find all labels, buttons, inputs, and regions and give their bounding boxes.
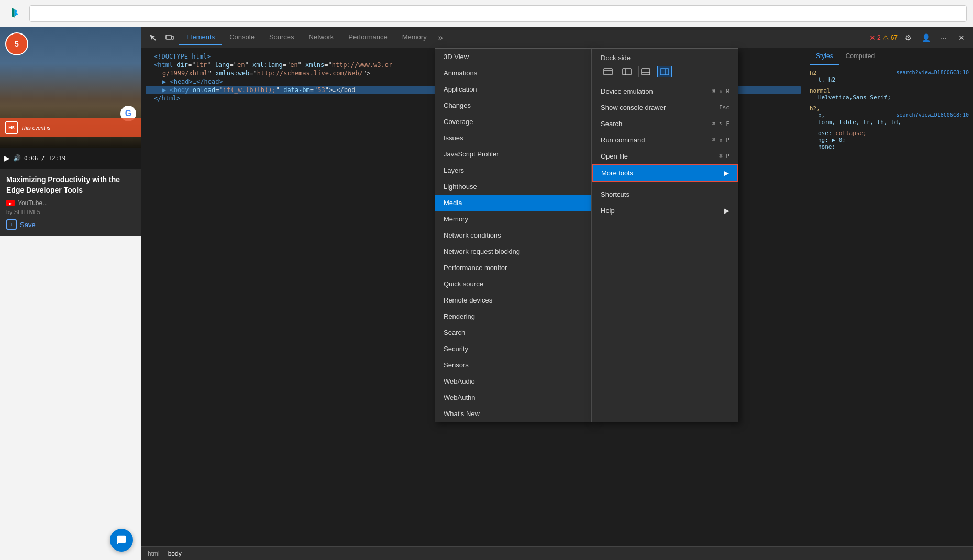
help-chevron-icon: ▶ (724, 207, 729, 215)
menu-item-js-profiler[interactable]: JavaScript Profiler (435, 146, 591, 162)
video-container: 5 G H5 This event is ▶ 🔊 0:06 / 32:19 (0, 27, 141, 169)
css-prop-line: t, h2 (810, 76, 969, 83)
error-icon: ✕ (869, 33, 876, 42)
more-tabs-button[interactable]: » (434, 33, 447, 42)
menu-help[interactable]: Help ▶ (592, 203, 738, 219)
menu-item-quick-source[interactable]: Quick source (435, 276, 591, 292)
dock-side-label: Dock side (601, 54, 729, 62)
css-prop-line: ose: collapse; (810, 130, 969, 137)
dock-undock-button[interactable] (601, 66, 615, 77)
css-rule: normal Helvetica,Sans-Serif; (810, 87, 969, 101)
more-tools-chevron-icon: ▶ (724, 169, 729, 177)
menu-separator (592, 184, 738, 184)
svg-rect-1 (166, 35, 171, 39)
play-button[interactable]: ▶ (4, 154, 10, 162)
youtube-label: YouTube... (18, 199, 48, 207)
html5-icon: H5 (5, 121, 18, 134)
youtube-icon (6, 200, 15, 206)
menu-item-coverage[interactable]: Coverage (435, 114, 591, 130)
tab-performance[interactable]: Performance (341, 30, 394, 45)
css-source-link2[interactable]: search?view…D18C06C8:10 (897, 112, 969, 118)
tab-console[interactable]: Console (222, 30, 262, 45)
volume-button[interactable]: 🔊 (13, 154, 21, 162)
breadcrumb-body[interactable]: body (166, 549, 184, 558)
css-selector-h2p: h2, search?view…D18C06C8:10 (810, 105, 969, 112)
menu-item-sensors[interactable]: Sensors (435, 357, 591, 373)
browser-bar (0, 0, 973, 27)
more-options-button[interactable]: ··· (936, 30, 951, 45)
menu-item-animations[interactable]: Animations (435, 65, 591, 81)
styles-panel: Styles Computed h2 search?view…D18C06C8:… (805, 48, 973, 546)
dock-left-button[interactable] (620, 66, 634, 77)
menu-item-whats-new[interactable]: What's New (435, 406, 591, 422)
save-label: Save (20, 221, 36, 229)
menu-item-memory[interactable]: Memory (435, 211, 591, 227)
css-rule: h2, search?view…D18C06C8:10 p, form, tab… (810, 105, 969, 126)
more-tools-dropdown: 3D View Animations Application Changes C… (435, 48, 592, 422)
right-context-menu: Dock side (592, 48, 738, 422)
element-picker-button[interactable] (146, 30, 160, 45)
device-toggle-button[interactable] (162, 30, 177, 45)
breadcrumb-html[interactable]: html (146, 549, 162, 558)
sfhtml5-badge: 5 (5, 32, 28, 55)
menu-open-file[interactable]: Open file ⌘ P (592, 148, 738, 164)
tab-sources[interactable]: Sources (262, 30, 302, 45)
svg-rect-6 (642, 69, 650, 75)
bing-logo (6, 4, 25, 23)
address-bar[interactable] (29, 5, 967, 22)
svg-rect-2 (172, 36, 173, 39)
save-button[interactable]: + Save (6, 219, 135, 230)
css-source-link[interactable]: search?view…D18C06C8:10 (897, 70, 969, 75)
menu-shortcuts[interactable]: Shortcuts (592, 186, 738, 203)
menu-item-remote-devices[interactable]: Remote devices (435, 292, 591, 308)
menu-item-performance-monitor[interactable]: Performance monitor (435, 260, 591, 276)
menu-item-application[interactable]: Application (435, 81, 591, 97)
menu-item-rendering[interactable]: Rendering (435, 308, 591, 324)
chat-bubble-button[interactable] (110, 529, 133, 552)
tab-computed[interactable]: Computed (839, 48, 881, 65)
menu-item-webauthn[interactable]: WebAuthn (435, 389, 591, 406)
tab-memory[interactable]: Memory (395, 30, 434, 45)
menu-item-issues[interactable]: Issues (435, 130, 591, 146)
close-devtools-button[interactable]: ✕ (954, 30, 969, 45)
menu-item-media[interactable]: Media (435, 195, 591, 211)
menu-item-lighthouse[interactable]: Lighthouse (435, 178, 591, 195)
menu-show-console-drawer[interactable]: Show console drawer Esc (592, 99, 738, 116)
menu-item-search[interactable]: Search (435, 324, 591, 341)
tab-elements[interactable]: Elements (179, 30, 222, 45)
menu-item-layers[interactable]: Layers (435, 162, 591, 178)
menu-search[interactable]: Search ⌘ ⌥ F (592, 116, 738, 132)
devtools-tabs: Elements Console Sources Network Perform… (179, 30, 867, 45)
menu-item-security[interactable]: Security (435, 341, 591, 357)
menu-item-webaudio[interactable]: WebAudio (435, 373, 591, 389)
settings-button[interactable]: ⚙ (901, 30, 915, 45)
css-prop-line: form, table, tr, th, td, (810, 119, 969, 126)
devtools-bottombar: html body (141, 546, 973, 560)
devtools-right-icons: ✕ 2 ⚠ 67 ⚙ 👤 ··· ✕ (869, 30, 969, 45)
styles-tabs: Styles Computed (805, 48, 973, 65)
svg-rect-3 (604, 69, 612, 75)
by-text: by SFHTML5 (6, 209, 135, 215)
menu-more-tools[interactable]: More tools ▶ (592, 164, 738, 182)
menu-run-command[interactable]: Run command ⌘ ⇧ P (592, 132, 738, 148)
css-rule: h2 search?view…D18C06C8:10 t, h2 (810, 70, 969, 83)
video-crowd: 5 G H5 This event is (0, 27, 141, 148)
css-selector-normal: normal (810, 87, 969, 94)
video-controls: ▶ 🔊 0:06 / 32:19 (0, 148, 141, 169)
menu-item-changes[interactable]: Changes (435, 97, 591, 114)
css-prop-line: ng: ▶ 0; (810, 137, 969, 143)
video-source: YouTube... (6, 199, 135, 207)
tab-network[interactable]: Network (302, 30, 341, 45)
devtools-topbar: Elements Console Sources Network Perform… (141, 27, 973, 48)
dock-bottom-button[interactable] (638, 66, 653, 77)
menu-item-network-request-blocking[interactable]: Network request blocking (435, 243, 591, 260)
menu-item-3d-view[interactable]: 3D View (435, 49, 591, 65)
warn-count: 67 (891, 34, 898, 41)
dock-right-button[interactable] (657, 66, 672, 77)
css-prop-line: none; (810, 143, 969, 150)
tab-styles[interactable]: Styles (810, 48, 839, 65)
menu-item-network-conditions[interactable]: Network conditions (435, 227, 591, 243)
banner-text: This event is (21, 125, 50, 131)
profile-button[interactable]: 👤 (919, 30, 933, 45)
menu-device-emulation[interactable]: Device emulation ⌘ ⇧ M (592, 83, 738, 99)
